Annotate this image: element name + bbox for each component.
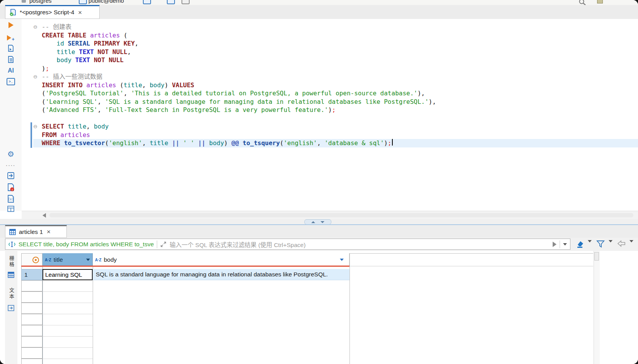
cell-title-1-text: Learning SQL [45, 271, 82, 278]
empty-row-header[interactable] [21, 347, 42, 359]
presentation-strip: 栅格 文本 [5, 251, 17, 364]
cell-body-1[interactable]: SQL is a standard language for managing … [93, 269, 350, 280]
eraser-icon[interactable] [575, 240, 585, 248]
splitter-collapse-handle[interactable] [304, 219, 331, 225]
ai-assistant-button[interactable]: AI [0, 67, 22, 74]
header-bottom-border-right [350, 266, 593, 266]
sort-az-icon: A·Z [45, 258, 51, 262]
fold-minus-icon[interactable]: ⊖ [33, 122, 42, 131]
code-lines: ⊖-- 创建表CREATE TABLE articles ( id SERIAL… [33, 23, 638, 147]
filter-divider [157, 240, 157, 248]
execute-statement-button[interactable] [0, 22, 22, 28]
fold-slot [33, 139, 42, 147]
results-tab-close-icon[interactable]: × [47, 229, 51, 235]
row-header-1[interactable]: 1 [21, 269, 42, 280]
collapse-down-icon[interactable] [321, 221, 324, 223]
grid-vscrollbar[interactable] [594, 251, 600, 364]
fold-minus-icon[interactable]: ⊖ [33, 23, 42, 31]
back-caret-icon[interactable] [630, 242, 633, 249]
execute-script-icon[interactable] [0, 44, 22, 52]
grid-presentation-tab[interactable]: 栅格 [8, 256, 15, 268]
svg-text:[x]: [x] [8, 198, 14, 201]
cell-title-1[interactable]: Learning SQL [42, 269, 93, 280]
execute-new-tab-button[interactable]: + [0, 34, 22, 42]
collapse-up-icon[interactable] [311, 221, 315, 223]
filter-placeholder: 输入一个 SQL 表达式来过滤结果 (使用 Ctrl+Space) [170, 240, 550, 249]
schema-selector[interactable]: public@demo [88, 0, 124, 4]
fold-minus-icon[interactable]: ⊖ [33, 73, 42, 81]
toolbar-tx-icon[interactable] [182, 0, 190, 4]
current-statement-indicator [31, 122, 32, 148]
editor-toolbar-rail: + AI >_ ⚙ ···· ! [x] [0, 19, 22, 211]
search-icon[interactable] [579, 0, 586, 5]
grid-presentation-icon[interactable] [8, 272, 14, 278]
fold-slot [33, 131, 42, 139]
funnel-caret-icon[interactable] [609, 242, 613, 249]
body-column-caret-icon[interactable] [340, 259, 344, 261]
expand-filter-icon[interactable] [160, 241, 166, 247]
hscroll-track[interactable] [49, 213, 633, 217]
filter-current-sql: SELECT title, body FROM articles WHERE t… [19, 241, 154, 248]
results-filter-row: SELECT title, body FROM articles WHERE t… [0, 238, 638, 251]
column-header-title[interactable]: A·Z title [42, 253, 93, 266]
empty-row-line [42, 325, 93, 325]
empty-row-header[interactable] [21, 314, 42, 325]
column-header-body[interactable]: A·Z body [93, 253, 350, 266]
back-arrow-icon[interactable] [617, 240, 626, 247]
sql-editor[interactable]: ⊖-- 创建表CREATE TABLE articles ( id SERIAL… [22, 19, 638, 211]
editor-tab[interactable]: *<postgres> Script-4 × [5, 5, 100, 19]
empty-row-header[interactable] [21, 280, 42, 291]
sql-console-icon[interactable]: >_ [0, 78, 22, 85]
empty-row-header[interactable] [21, 291, 42, 303]
results-tab[interactable]: articles 1 × [5, 225, 67, 238]
fold-slot [33, 98, 42, 106]
scroll-left-arrow-icon[interactable] [42, 213, 46, 218]
empty-row-header[interactable] [21, 336, 42, 347]
title-column-caret-icon[interactable] [86, 259, 90, 261]
editor-tab-close-icon[interactable]: × [78, 9, 82, 16]
fold-slot [33, 48, 42, 56]
body-column-divider[interactable] [350, 253, 350, 364]
text-presentation-tab[interactable]: 文本 [8, 288, 15, 300]
editor-tab-title: *<postgres> Script-4 [20, 9, 74, 16]
empty-row-line [42, 291, 93, 292]
empty-row-header[interactable] [21, 325, 42, 336]
gear-icon[interactable]: ⚙ [0, 149, 22, 159]
record-mode-icon[interactable] [32, 257, 39, 263]
editor-results-splitter[interactable] [0, 219, 638, 224]
document-error-icon[interactable]: ! [0, 183, 22, 192]
rowheader-corner-cell[interactable] [21, 253, 42, 266]
panel-toggle-icon[interactable] [8, 305, 14, 311]
empty-row-header[interactable] [21, 359, 42, 364]
empty-row-line [42, 347, 93, 348]
apply-filter-play-icon[interactable] [553, 242, 557, 247]
grid-vscroll-thumb[interactable] [594, 252, 599, 261]
toolbar-commit-icon[interactable] [143, 0, 151, 4]
fold-slot [33, 106, 42, 114]
schema-icon [79, 0, 87, 4]
script-statements-icon[interactable] [0, 56, 22, 63]
connection-selector[interactable]: postgres [29, 0, 52, 4]
fold-slot [33, 114, 42, 123]
layout-settings-icon[interactable] [0, 206, 22, 212]
editor-hscrollbar[interactable] [22, 211, 638, 219]
cell-body-1-text: SQL is a standard language for managing … [96, 271, 328, 278]
column-body-label: body [104, 256, 117, 263]
document-template-icon[interactable]: [x] [0, 195, 22, 203]
toolbar-rollback-icon[interactable] [167, 0, 175, 4]
results-tab-bar: articles 1 × [0, 225, 638, 238]
empty-row-line [42, 359, 93, 359]
empty-row-header[interactable] [21, 303, 42, 314]
empty-row-line [42, 336, 93, 337]
export-result-icon[interactable] [0, 172, 22, 179]
filter-history-caret-icon[interactable] [563, 243, 567, 245]
filter-type-icon[interactable] [8, 241, 15, 247]
filter-input[interactable]: SELECT title, body FROM articles WHERE t… [5, 239, 570, 250]
overflow-dots-icon[interactable]: ···· [0, 163, 22, 168]
editor-tab-bar: *<postgres> Script-4 × [0, 5, 638, 19]
sort-az-icon-2: A·Z [95, 258, 102, 262]
sql-script-icon [9, 9, 17, 16]
eraser-caret-icon[interactable] [588, 242, 592, 249]
filter-funnel-icon[interactable] [596, 240, 605, 248]
database-icon [22, 0, 26, 3]
